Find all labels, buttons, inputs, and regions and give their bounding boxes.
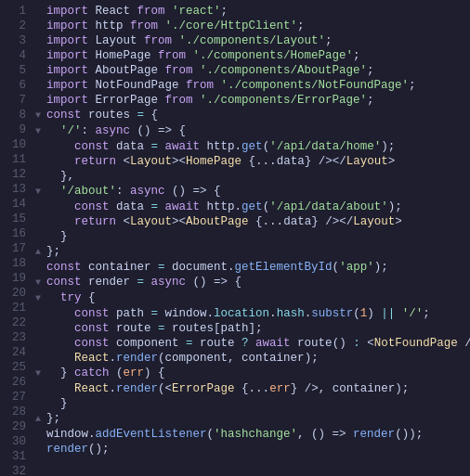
collapse-toggle-icon[interactable]: ▼ — [35, 367, 45, 381]
token-var: container — [242, 352, 305, 365]
token-fn: getElementById — [235, 261, 333, 274]
token-var — [46, 291, 60, 304]
token-op: = — [151, 307, 159, 320]
token-var: AboutPage — [88, 64, 165, 77]
token-cls: Layout — [346, 155, 388, 168]
token-str: '/api/data/home' — [269, 140, 381, 153]
token-str: 'hashchange' — [214, 428, 297, 441]
token-punct: ( — [263, 200, 270, 213]
line-number: 30 — [0, 434, 26, 449]
collapse-toggle-icon[interactable]: ▲ — [35, 412, 45, 427]
token-var: http — [88, 19, 130, 32]
token-punct: {... — [255, 215, 283, 228]
line-number: 13 — [0, 182, 26, 197]
token-prop: hash — [277, 307, 305, 320]
token-fn: get — [242, 200, 263, 213]
line-number: 27 — [0, 390, 26, 405]
token-kw: import — [46, 94, 88, 107]
token-str: './components/AboutPage' — [193, 64, 368, 77]
token-punct: ( — [333, 261, 340, 274]
code-line: import AboutPage from './components/Abou… — [35, 63, 470, 78]
token-punct: . — [235, 140, 242, 153]
token-var — [46, 215, 74, 228]
code-line: ▼ } catch (err) { — [35, 366, 470, 381]
token-var: HomePage — [88, 49, 158, 62]
token-var: route — [110, 322, 159, 335]
collapse-toggle-icon[interactable]: ▼ — [35, 124, 45, 139]
token-fn: render — [46, 443, 88, 456]
token-kw: return — [74, 215, 116, 228]
token-punct: ( — [353, 307, 360, 320]
token-punct: ]; — [249, 322, 263, 335]
token-var — [249, 215, 256, 228]
token-var: component — [165, 352, 228, 365]
collapse-toggle-icon[interactable]: ▼ — [35, 276, 45, 290]
token-punct: ) — [305, 352, 312, 365]
line-number: 4 — [0, 48, 26, 63]
line-number: 6 — [0, 78, 26, 93]
token-punct: () — [333, 337, 346, 350]
code-line: import ErrorPage from './components/Erro… — [35, 93, 470, 108]
token-punct: , — [228, 352, 242, 365]
token-var: data — [110, 200, 151, 213]
token-punct: ; — [297, 19, 305, 32]
token-punct: ; — [367, 64, 374, 77]
token-punct: ; — [221, 5, 228, 18]
token-str: './components/HomePage' — [186, 49, 353, 62]
token-punct: ) — [381, 140, 388, 153]
token-var — [242, 155, 249, 168]
token-var: route — [193, 337, 242, 350]
token-punct: }; — [46, 245, 60, 258]
code-line: ▼ '/': async () => { — [35, 123, 470, 139]
code-line: window.addEventListener('hashchange', ()… — [35, 427, 470, 442]
token-punct: (< — [158, 382, 172, 395]
code-line: return <Layout><HomePage {...data} /></L… — [35, 154, 470, 169]
token-kw: from — [165, 64, 193, 77]
token-punct: ( — [263, 140, 270, 153]
code-line: ▼ '/about': async () => { — [35, 184, 470, 199]
token-var: http — [200, 200, 235, 213]
token-punct: . — [235, 200, 242, 213]
token-var — [46, 170, 60, 183]
token-punct: } — [60, 367, 74, 380]
code-line: import React from 'react'; — [35, 4, 470, 19]
token-fn: addEventListener — [96, 428, 207, 441]
token-var: data — [277, 155, 305, 168]
token-punct: ; — [388, 140, 396, 153]
token-cls: ErrorPage — [172, 382, 235, 395]
token-var — [46, 140, 74, 153]
token-punct: < — [116, 215, 130, 228]
token-op: = — [186, 337, 193, 350]
collapse-toggle-icon[interactable]: ▲ — [35, 245, 45, 260]
code-line: const route = routes[path]; — [35, 321, 470, 336]
token-punct: } /> — [291, 382, 319, 395]
line-number: 11 — [0, 152, 26, 167]
collapse-toggle-icon[interactable]: ▼ — [35, 185, 45, 199]
line-numbers: 1234567891011121314151617181920212223242… — [0, 4, 35, 476]
code-line: React.render(<ErrorPage {...err} />, con… — [35, 381, 470, 396]
code-line: return <Layout><AboutPage {...data} /></… — [35, 214, 470, 229]
code-line: import HomePage from './components/HomeP… — [35, 48, 470, 63]
token-fn: get — [242, 140, 263, 153]
token-punct: {... — [242, 382, 269, 395]
token-kw: try — [60, 291, 82, 304]
token-var: component — [110, 337, 187, 350]
collapse-toggle-icon[interactable]: ▼ — [35, 291, 45, 306]
token-punct: { — [144, 109, 158, 122]
token-var: window — [46, 428, 88, 441]
collapse-toggle-icon[interactable]: ▼ — [35, 109, 45, 123]
code-line: render(); — [35, 442, 470, 457]
token-op: || — [381, 307, 395, 320]
token-var — [46, 200, 74, 213]
token-punct: ; — [381, 261, 388, 274]
line-number: 25 — [0, 360, 26, 375]
token-kw: const — [74, 322, 110, 335]
token-punct: > — [395, 215, 402, 228]
token-punct: () => { — [186, 276, 242, 289]
token-kw: import — [46, 5, 88, 18]
code-line: }, — [35, 169, 470, 184]
line-number: 31 — [0, 449, 26, 464]
line-number: 28 — [0, 405, 26, 419]
token-punct: >< — [172, 215, 186, 228]
token-var: data — [283, 215, 311, 228]
